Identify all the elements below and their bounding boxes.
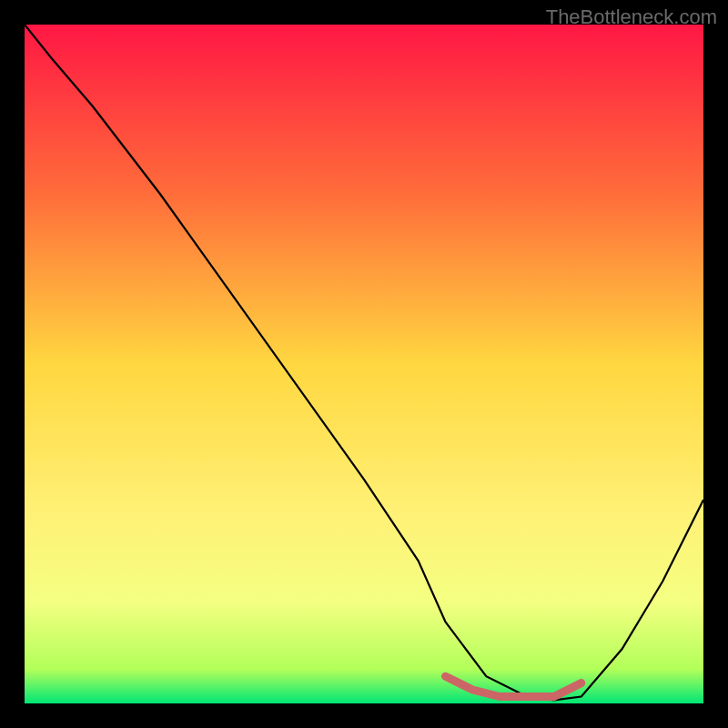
optimal-range-highlight: [25, 25, 703, 703]
watermark-text: TheBottleneck.com: [546, 5, 717, 29]
chart-container: [25, 25, 703, 703]
